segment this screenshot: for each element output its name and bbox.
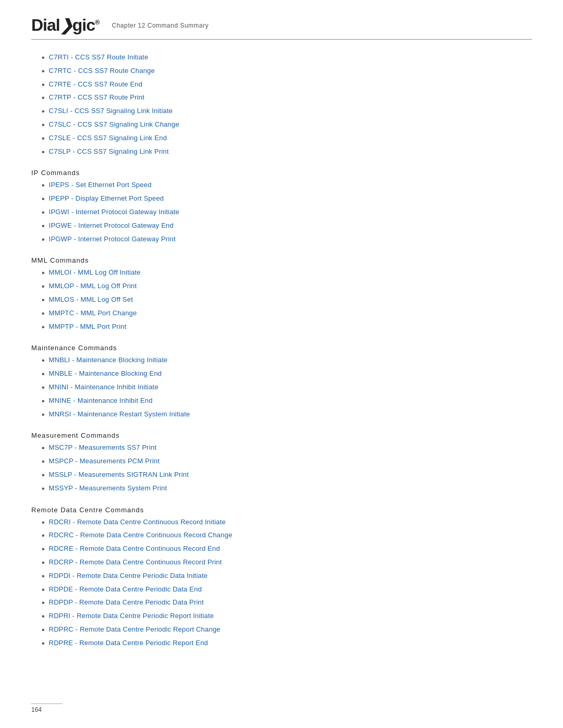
list-item-rdcri: RDCRI - Remote Data Centre Continuous Re…	[42, 517, 532, 529]
link-mnine[interactable]: MNINE - Maintenance Inhibit End	[49, 396, 153, 406]
link-mnble[interactable]: MNBLE - Maintenance Blocking End	[49, 368, 162, 379]
list-item-msc7p: MSC7P - Measurements SS7 Print	[42, 442, 532, 455]
link-rdcrp[interactable]: RDCRP - Remote Data Centre Continuous Re…	[49, 557, 222, 567]
list-item-rdpdp: RDPDP - Remote Data Centre Periodic Data…	[42, 597, 532, 610]
link-ipeps[interactable]: IPEPS - Set Ethernet Port Speed	[49, 180, 152, 190]
link-rdcrc[interactable]: RDCRC - Remote Data Centre Continuous Re…	[49, 530, 232, 540]
link-c7rte[interactable]: C7RTE - CCS SS7 Route End	[49, 79, 143, 90]
link-c7slc[interactable]: C7SLC - CCS SS7 Signaling Link Change	[49, 119, 179, 130]
list-item-mmlop: MMLOP - MML Log Off Print	[42, 281, 532, 293]
page-number: 164	[31, 704, 63, 713]
list-item-ipeps: IPEPS - Set Ethernet Port Speed	[42, 180, 532, 192]
link-rdcri[interactable]: RDCRI - Remote Data Centre Continuous Re…	[49, 517, 226, 527]
link-mmlop[interactable]: MMLOP - MML Log Off Print	[49, 281, 137, 291]
link-rdprc[interactable]: RDPRC - Remote Data Centre Periodic Repo…	[49, 624, 221, 635]
link-rdcre[interactable]: RDCRE - Remote Data Centre Continuous Re…	[49, 544, 220, 554]
list-item-rdcre: RDCRE - Remote Data Centre Continuous Re…	[42, 544, 532, 556]
list-item-mnini: MNINI - Maintenance Inhibit Initiate	[42, 382, 532, 394]
list-item-rdpre: RDPRE - Remote Data Centre Periodic Repo…	[42, 638, 532, 650]
link-ipgwi[interactable]: IPGWI - Internet Protocol Gateway Initia…	[49, 207, 179, 217]
link-list-remote-data-commands: RDCRI - Remote Data Centre Continuous Re…	[42, 517, 532, 650]
link-ipgwe[interactable]: IPGWE - Internet Protocol Gateway End	[49, 220, 174, 231]
link-rdpre[interactable]: RDPRE - Remote Data Centre Periodic Repo…	[49, 638, 208, 648]
list-item-mspcp: MSPCP - Measurements PCM Print	[42, 456, 532, 468]
link-c7rtc[interactable]: C7RTC - CCS SS7 Route Change	[49, 66, 155, 76]
list-item-rdpri: RDPRI - Remote Data Centre Periodic Repo…	[42, 611, 532, 623]
list-item-mnrsi: MNRSI - Maintenance Restart System Initi…	[42, 409, 532, 422]
link-mssyp[interactable]: MSSYP - Measurements System Print	[49, 483, 167, 493]
list-item-mmlos: MMLOS - MML Log Off Set	[42, 294, 532, 307]
link-mmlos[interactable]: MMLOS - MML Log Off Set	[49, 294, 133, 305]
section-header-maintenance-commands: Maintenance Commands	[31, 344, 532, 352]
list-item-msslp: MSSLP - Measurements SIGTRAN Link Print	[42, 470, 532, 482]
list-item-rdpde: RDPDE - Remote Data Centre Periodic Data…	[42, 584, 532, 597]
link-list-maintenance-commands: MNBLI - Maintenance Blocking InitiateMNB…	[42, 355, 532, 421]
list-item-mnine: MNINE - Maintenance Inhibit End	[42, 396, 532, 408]
link-list-measurement-commands: MSC7P - Measurements SS7 PrintMSPCP - Me…	[42, 442, 532, 495]
list-item-mnble: MNBLE - Maintenance Blocking End	[42, 368, 532, 381]
link-ipepp[interactable]: IPEPP - Display Ethernet Port Speed	[49, 193, 164, 204]
page-header: Dial❯gic® Chapter 12 Command Summary	[31, 16, 532, 40]
logo-arrow: ❯	[60, 17, 72, 34]
link-msc7p[interactable]: MSC7P - Measurements SS7 Print	[49, 442, 157, 453]
section-header-ip-commands: IP Commands	[31, 169, 532, 177]
list-item-mmptp: MMPTP - MML Port Print	[42, 322, 532, 334]
link-rdpdp[interactable]: RDPDP - Remote Data Centre Periodic Data…	[49, 597, 204, 608]
list-item-mmptc: MMPTC - MML Port Change	[42, 308, 532, 320]
list-item-mnbli: MNBLI - Maintenance Blocking Initiate	[42, 355, 532, 367]
logo-text: Dial	[31, 16, 60, 34]
chapter-title: Chapter 12 Command Summary	[112, 22, 209, 29]
link-mmptp[interactable]: MMPTP - MML Port Print	[49, 322, 127, 332]
list-item-ipgwe: IPGWE - Internet Protocol Gateway End	[42, 220, 532, 233]
link-c7sli[interactable]: C7SLI - CCS SS7 Signaling Link Initiate	[49, 106, 173, 116]
list-item-mssyp: MSSYP - Measurements System Print	[42, 483, 532, 496]
list-item-rdprc: RDPRC - Remote Data Centre Periodic Repo…	[42, 624, 532, 637]
list-item-c7sli: C7SLI - CCS SS7 Signaling Link Initiate	[42, 106, 532, 118]
list-item-rdcrc: RDCRC - Remote Data Centre Continuous Re…	[42, 530, 532, 542]
link-rdpde[interactable]: RDPDE - Remote Data Centre Periodic Data…	[49, 584, 202, 595]
link-ipgwp[interactable]: IPGWP - Internet Protocol Gateway Print	[49, 234, 176, 244]
logo-text2: gic	[72, 16, 95, 34]
page-container: Dial❯gic® Chapter 12 Command Summary C7R…	[0, 0, 563, 683]
logo: Dial❯gic®	[31, 16, 100, 35]
link-c7rti[interactable]: C7RTI - CCS SS7 Route Initiate	[49, 52, 149, 63]
list-item-c7slp: C7SLP - CCS SS7 Signaling Link Print	[42, 146, 532, 159]
list-item-mmloi: MMLOI - MML Log Off Initiate	[42, 267, 532, 280]
list-item-c7rtp: C7RTP - CCS SS7 Route Print	[42, 92, 532, 105]
section-header-measurement-commands: Measurement Commands	[31, 431, 532, 439]
link-rdpdi[interactable]: RDPDI - Remote Data Centre Periodic Data…	[49, 571, 208, 581]
sections-container: C7RTI - CCS SS7 Route InitiateC7RTC - CC…	[31, 52, 532, 650]
link-mmptc[interactable]: MMPTC - MML Port Change	[49, 308, 137, 318]
logo-registered: ®	[95, 18, 100, 26]
list-item-c7rte: C7RTE - CCS SS7 Route End	[42, 79, 532, 92]
link-c7sle[interactable]: C7SLE - CCS SS7 Signaling Link End	[49, 133, 167, 143]
list-item-c7sle: C7SLE - CCS SS7 Signaling Link End	[42, 133, 532, 145]
list-item-c7slc: C7SLC - CCS SS7 Signaling Link Change	[42, 119, 532, 132]
link-mnbli[interactable]: MNBLI - Maintenance Blocking Initiate	[49, 355, 168, 365]
list-item-c7rtc: C7RTC - CCS SS7 Route Change	[42, 66, 532, 78]
list-item-rdcrp: RDCRP - Remote Data Centre Continuous Re…	[42, 557, 532, 570]
link-rdpri[interactable]: RDPRI - Remote Data Centre Periodic Repo…	[49, 611, 214, 621]
list-item-ipgwp: IPGWP - Internet Protocol Gateway Print	[42, 234, 532, 246]
link-msslp[interactable]: MSSLP - Measurements SIGTRAN Link Print	[49, 470, 189, 480]
list-item-ipepp: IPEPP - Display Ethernet Port Speed	[42, 193, 532, 206]
link-mnrsi[interactable]: MNRSI - Maintenance Restart System Initi…	[49, 409, 190, 419]
list-item-rdpdi: RDPDI - Remote Data Centre Periodic Data…	[42, 571, 532, 583]
link-list-mml-commands: MMLOI - MML Log Off InitiateMMLOP - MML …	[42, 267, 532, 334]
list-item-ipgwi: IPGWI - Internet Protocol Gateway Initia…	[42, 207, 532, 219]
link-c7rtp[interactable]: C7RTP - CCS SS7 Route Print	[49, 92, 144, 103]
link-mmloi[interactable]: MMLOI - MML Log Off Initiate	[49, 267, 141, 278]
section-header-remote-data-commands: Remote Data Centre Commands	[31, 506, 532, 514]
link-list-ip-commands: IPEPS - Set Ethernet Port SpeedIPEPP - D…	[42, 180, 532, 246]
link-mnini[interactable]: MNINI - Maintenance Inhibit Initiate	[49, 382, 158, 392]
list-item-c7rti: C7RTI - CCS SS7 Route Initiate	[42, 52, 532, 65]
link-list-c7-links: C7RTI - CCS SS7 Route InitiateC7RTC - CC…	[42, 52, 532, 158]
link-c7slp[interactable]: C7SLP - CCS SS7 Signaling Link Print	[49, 146, 169, 157]
section-header-mml-commands: MML Commands	[31, 256, 532, 264]
link-mspcp[interactable]: MSPCP - Measurements PCM Print	[49, 456, 160, 466]
